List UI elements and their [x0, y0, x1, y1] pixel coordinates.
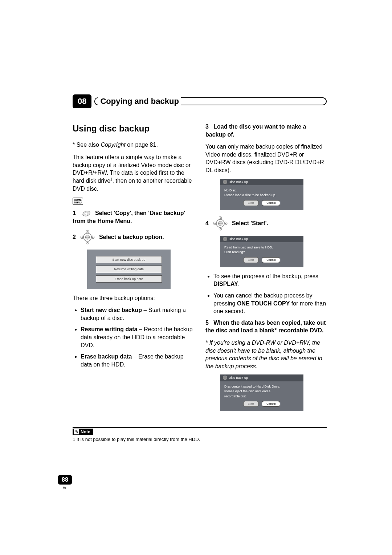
menu-item-resume: Resume writing date	[96, 266, 162, 273]
dialog-saved-line1: Disc content saved to Hard Disk Drive.	[224, 384, 299, 389]
header-rule-right	[181, 97, 327, 105]
option-resume: Resume writing data – Record the backup …	[81, 325, 194, 349]
dialog-no-disc-cancel-button: Cancel	[262, 200, 280, 206]
see-also-ref: Copyright	[101, 142, 125, 148]
svg-marker-21	[225, 223, 226, 224]
dialog-no-disc: Disc Back-up No Disc. Please load a disc…	[220, 179, 303, 210]
svg-marker-10	[92, 236, 94, 238]
see-also-prefix: * See also	[73, 142, 101, 148]
footnote-1: 1 It is not possible to play this materi…	[73, 437, 327, 442]
step-5: 5 When the data has been copied, take ou…	[205, 319, 327, 335]
svg-text:ENTER: ENTER	[218, 223, 222, 224]
step-3-body: You can only make backup copies of final…	[205, 143, 327, 174]
disc-icon	[82, 210, 91, 217]
intro-paragraph: This feature offers a simple way to make…	[73, 153, 194, 193]
see-also-line: * See also Copyright on page 81.	[73, 141, 194, 149]
svg-marker-9	[81, 236, 83, 238]
chapter-title: Copying and backup	[100, 97, 179, 106]
dialog-no-disc-start-button: Start	[243, 200, 259, 206]
step-1-number: 1	[73, 210, 76, 216]
header-rule-left	[94, 97, 98, 105]
step-3: 3 Load the disc you want to make a backu…	[205, 123, 327, 138]
step-5-number: 5	[205, 320, 209, 326]
dialog-saved-line2: Please eject the disc and load a	[224, 389, 299, 394]
step-4: 4 ENTER Se	[205, 215, 327, 231]
svg-marker-20	[214, 223, 216, 224]
step-3-number: 3	[205, 123, 209, 130]
dialog-saved: Disc Back-up Disc content saved to Hard …	[220, 374, 303, 411]
options-intro: There are three backup options:	[73, 294, 194, 302]
step-2: 2 ENTER Se	[73, 229, 194, 245]
step-1: 1 Select 'Copy', then 'Disc backup' from…	[73, 209, 194, 225]
option-start-new: Start new disc backup – Start making a b…	[81, 306, 194, 322]
svg-marker-19	[220, 228, 221, 230]
note-display-a: To see the progress of the backup, press	[213, 273, 318, 279]
step-4-text: Select 'Start'.	[232, 219, 268, 227]
section-title: Using disc backup	[73, 123, 194, 134]
see-also-suffix: on page 81.	[126, 142, 158, 148]
note-cancel-key: ONE TOUCH COPY	[237, 300, 290, 307]
enter-icon: ENTER	[212, 215, 228, 231]
dialog-no-disc-line1: No Disc.	[224, 188, 299, 193]
option-start-new-label: Start new disc backup	[81, 307, 142, 313]
dialog-saved-start-button: Start	[243, 401, 259, 407]
left-column: Using disc backup * See also Copyright o…	[73, 123, 194, 416]
option-erase: Erase backup data – Erase the backup dat…	[81, 353, 194, 368]
enter-icon: ENTER	[79, 229, 95, 245]
options-list: Start new disc backup – Start making a b…	[73, 306, 194, 368]
svg-marker-18	[220, 217, 221, 219]
note-display-key: DISPLAY	[213, 281, 238, 287]
dialog-no-disc-line2: Please load a disc to be backed-up.	[224, 193, 299, 198]
option-erase-label: Erase backup data	[81, 353, 132, 360]
step-2-number: 2	[73, 233, 76, 241]
step-4-notes: To see the progress of the backup, press…	[205, 272, 327, 315]
backup-options-menu: Start new disc back-up Resume writing da…	[87, 250, 171, 289]
chapter-header: 08 Copying and backup	[73, 94, 327, 108]
dialog-read-disc: Disc Back-up Read from disc and save to …	[220, 236, 303, 267]
step-4-number: 4	[205, 219, 209, 227]
page-number: 88	[58, 475, 72, 485]
dialog-read-disc-line1: Read from disc and save to HDD.	[224, 245, 299, 250]
note-display: To see the progress of the backup, press…	[213, 272, 327, 288]
option-resume-label: Resume writing data	[81, 326, 137, 332]
step-5-footnote: * If you're using a DVD-RW or DVD+RW, th…	[205, 339, 327, 370]
step-3-text: Load the disc you want to make a backup …	[205, 123, 306, 138]
menu-item-start-new: Start new disc back-up	[96, 256, 162, 263]
chapter-number: 08	[73, 94, 91, 108]
svg-marker-8	[87, 242, 88, 243]
note-cancel: You can cancel the backup process by pre…	[213, 292, 327, 315]
dialog-read-disc-cancel-button: Cancel	[262, 257, 280, 263]
note-display-c: .	[238, 281, 240, 287]
home-menu-icon: HOME MENU	[73, 198, 83, 205]
dialog-no-disc-title: Disc Back-up	[220, 179, 303, 185]
dialog-read-disc-line2: Start reading?	[224, 250, 299, 255]
dialog-saved-line3: recordable disc.	[224, 394, 299, 399]
svg-marker-7	[87, 231, 88, 232]
dialog-read-disc-title: Disc Back-up	[220, 236, 303, 242]
step-5-text: When the data has been copied, take out …	[205, 320, 326, 334]
menu-item-erase: Erase back-up date	[96, 275, 162, 283]
dialog-saved-title: Disc Back-up	[220, 374, 303, 381]
page-language: En	[58, 485, 72, 490]
dialog-read-disc-start-button: Start	[243, 257, 259, 263]
svg-text:ENTER: ENTER	[85, 237, 90, 238]
right-column: 3 Load the disc you want to make a backu…	[205, 123, 327, 416]
page-footer: 88 En	[58, 475, 72, 490]
dialog-saved-cancel-button: Cancel	[262, 401, 280, 407]
note-rule	[73, 427, 327, 428]
note-label: Note	[73, 429, 93, 435]
step-2-text: Select a backup option.	[99, 233, 164, 241]
